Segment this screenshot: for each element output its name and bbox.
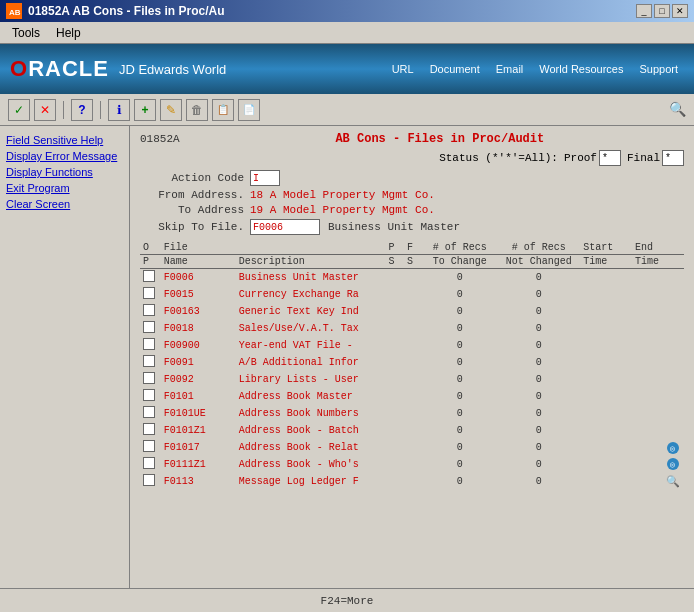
row-f-7: [404, 388, 422, 405]
nav-email[interactable]: Email: [490, 61, 530, 77]
row-checkbox-0[interactable]: [140, 269, 161, 287]
minimize-button[interactable]: _: [636, 4, 652, 18]
row-f-2: [404, 303, 422, 320]
sidebar-display-error-message[interactable]: Display Error Message: [6, 150, 123, 162]
toolbar-help[interactable]: ?: [71, 99, 93, 121]
row-f-11: [404, 456, 422, 473]
table-row: F0015 Currency Exchange Ra 0 0: [140, 286, 684, 303]
to-address-row: To Address 19 A Model Property Mgmt Co.: [140, 204, 684, 216]
toolbar-copy[interactable]: 📋: [212, 99, 234, 121]
row-checkbox-11[interactable]: [140, 456, 161, 473]
toolbar-doc[interactable]: 📄: [238, 99, 260, 121]
row-checkbox-7[interactable]: [140, 388, 161, 405]
table-row: F0101 Address Book Master 0 0: [140, 388, 684, 405]
row-checkbox-6[interactable]: [140, 371, 161, 388]
maximize-button[interactable]: □: [654, 4, 670, 18]
status-row: Status (*'*'=All): Proof Final: [140, 150, 684, 166]
menu-tools[interactable]: Tools: [4, 24, 48, 42]
row-recs-change-7: 0: [422, 388, 497, 405]
row-file-12: F0113: [161, 473, 236, 490]
sidebar-exit-program[interactable]: Exit Program: [6, 182, 123, 194]
zoom-icon[interactable]: 🔍: [666, 475, 680, 488]
row-end-5: [632, 354, 684, 371]
row-recs-change-9: 0: [422, 422, 497, 439]
col-header-time-start: Time: [580, 255, 632, 269]
form-title: AB Cons - Files in Proc/Audit: [196, 132, 684, 146]
row-p-5: [385, 354, 403, 371]
row-start-7: [580, 388, 632, 405]
row-checkbox-5[interactable]: [140, 354, 161, 371]
row-p-7: [385, 388, 403, 405]
content-wrapper: 01852A AB Cons - Files in Proc/Audit Sta…: [140, 132, 684, 490]
row-file-1: F0015: [161, 286, 236, 303]
row-desc-8: Address Book Numbers: [236, 405, 386, 422]
col-header-time-end: Time: [632, 255, 684, 269]
row-recs-change-2: 0: [422, 303, 497, 320]
row-start-8: [580, 405, 632, 422]
nav-world-resources[interactable]: World Resources: [533, 61, 629, 77]
scroll-down-indicator[interactable]: ◎: [666, 457, 680, 474]
row-checkbox-9[interactable]: [140, 422, 161, 439]
row-file-8: F0101UE: [161, 405, 236, 422]
title-bar: AB 01852A AB Cons - Files in Proc/Au _ □…: [0, 0, 694, 22]
row-checkbox-3[interactable]: [140, 320, 161, 337]
nav-url[interactable]: URL: [386, 61, 420, 77]
nav-document[interactable]: Document: [424, 61, 486, 77]
skip-to-file-desc: Business Unit Master: [328, 221, 460, 233]
close-button[interactable]: ✕: [672, 4, 688, 18]
row-file-4: F00900: [161, 337, 236, 354]
row-p-3: [385, 320, 403, 337]
toolbar-delete[interactable]: 🗑: [186, 99, 208, 121]
search-icon[interactable]: 🔍: [669, 101, 686, 118]
toolbar-cancel[interactable]: ✕: [34, 99, 56, 121]
row-recs-change-6: 0: [422, 371, 497, 388]
row-f-12: [404, 473, 422, 490]
row-recs-nochange-0: 0: [497, 269, 580, 287]
row-checkbox-8[interactable]: [140, 405, 161, 422]
proof-input[interactable]: [599, 150, 621, 166]
table-row: F00900 Year-end VAT File - 0 0: [140, 337, 684, 354]
final-label: Final: [627, 152, 660, 164]
row-f-9: [404, 422, 422, 439]
menu-help[interactable]: Help: [48, 24, 89, 42]
sidebar-clear-screen[interactable]: Clear Screen: [6, 198, 123, 210]
table-row: F0101Z1 Address Book - Batch 0 0: [140, 422, 684, 439]
row-f-3: [404, 320, 422, 337]
row-end-7: [632, 388, 684, 405]
row-checkbox-1[interactable]: [140, 286, 161, 303]
row-start-4: [580, 337, 632, 354]
row-end-3: [632, 320, 684, 337]
proof-label: Proof: [564, 152, 597, 164]
sidebar-field-sensitive-help[interactable]: Field Sensitive Help: [6, 134, 123, 146]
toolbar-edit[interactable]: ✎: [160, 99, 182, 121]
row-desc-3: Sales/Use/V.A.T. Tax: [236, 320, 386, 337]
scroll-up-indicator[interactable]: ◎: [666, 441, 680, 458]
row-checkbox-4[interactable]: [140, 337, 161, 354]
row-desc-12: Message Log Ledger F: [236, 473, 386, 490]
toolbar-info[interactable]: ℹ: [108, 99, 130, 121]
row-end-0: [632, 269, 684, 287]
col-header-not-changed: Not Changed: [497, 255, 580, 269]
action-code-label: Action Code: [140, 172, 250, 184]
toolbar-separator-2: [100, 101, 101, 119]
row-end-2: [632, 303, 684, 320]
col-header-desc-empty: [236, 241, 386, 255]
final-input[interactable]: [662, 150, 684, 166]
row-checkbox-10[interactable]: [140, 439, 161, 456]
row-checkbox-12[interactable]: [140, 473, 161, 490]
table-row: F0111Z1 Address Book - Who's 0 0: [140, 456, 684, 473]
row-desc-2: Generic Text Key Ind: [236, 303, 386, 320]
row-recs-nochange-5: 0: [497, 354, 580, 371]
row-recs-change-11: 0: [422, 456, 497, 473]
row-start-10: [580, 439, 632, 456]
sidebar-display-functions[interactable]: Display Functions: [6, 166, 123, 178]
skip-to-file-input[interactable]: [250, 219, 320, 235]
toolbar-add[interactable]: +: [134, 99, 156, 121]
row-desc-4: Year-end VAT File -: [236, 337, 386, 354]
nav-support[interactable]: Support: [633, 61, 684, 77]
row-p-9: [385, 422, 403, 439]
toolbar-check[interactable]: ✓: [8, 99, 30, 121]
row-checkbox-2[interactable]: [140, 303, 161, 320]
row-f-0: [404, 269, 422, 287]
action-code-input[interactable]: [250, 170, 280, 186]
